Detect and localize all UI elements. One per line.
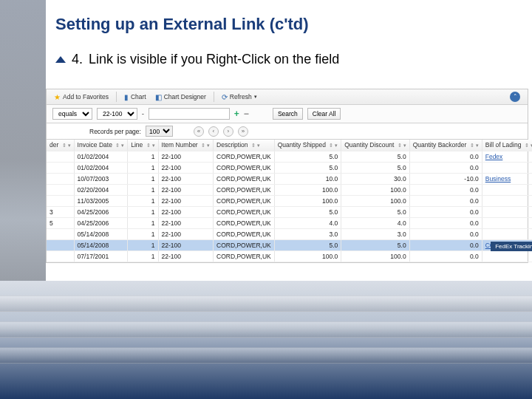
col-header[interactable]: der ⇕ ▾ [47,140,74,151]
table-row[interactable]: 05/14/2008122-100CORD,POWER,UK5.05.00.0C… [47,239,532,250]
app-screenshot-panel: ★ Add to Favorites ▮ Chart ◧ Chart Desig… [46,89,528,263]
cell [482,217,532,228]
col-header[interactable]: Quantity Shipped ⇕ ▾ [274,140,341,151]
col-header[interactable]: Invoice Date ⇕ ▾ [74,140,128,151]
cell: 100.0 [341,195,409,206]
cell: 22-100 [158,217,213,228]
add-filter-button[interactable]: + [234,109,239,119]
col-header[interactable]: Quantity Discount ⇕ ▾ [341,140,409,151]
decorative-bottom-band [0,281,532,399]
star-icon: ★ [54,93,61,101]
cell: CORD,POWER,UK [214,195,275,206]
table-row[interactable]: 10/07/2003122-100CORD,POWER,UK10.030.0-1… [47,173,532,184]
cell: 3 [47,206,74,217]
triangle-bullet-icon [55,56,66,63]
cell: 1 [128,173,158,184]
last-page-button[interactable]: » [238,126,248,137]
cell: 100.0 [341,250,409,262]
table-row[interactable]: 01/02/2004122-100CORD,POWER,UK5.05.00.0 [47,162,532,173]
add-favorites-button[interactable]: ★ Add to Favorites [51,92,112,102]
cell: 0.0 [409,217,482,228]
cell: 22-100 [158,184,213,195]
cell: 04/25/2006 [74,206,128,217]
table-row[interactable]: 02/20/2004122-100CORD,POWER,UK100.0100.0… [47,184,532,195]
table-row[interactable]: 304/25/2006122-100CORD,POWER,UK5.05.00.0 [47,206,532,217]
cell: CORD,POWER,UK [214,206,275,217]
next-page-button[interactable]: › [223,126,233,137]
condition-select[interactable]: equals [52,108,92,120]
cell: 30.0 [341,173,409,184]
cell: 5.0 [274,239,341,250]
cell: 22-100 [158,228,213,239]
cell: 22-100 [158,162,213,173]
cell: 01/02/2004 [74,162,128,173]
data-table: der ⇕ ▾Invoice Date ⇕ ▾Line ⇕ ▾Item Numb… [47,140,532,262]
col-header[interactable]: Quantity Backorder ⇕ ▾ [409,140,482,151]
cell[interactable]: Fedex [482,151,532,162]
pager-bar: Records per page: 100 « ‹ › » [47,123,528,140]
col-header[interactable]: Item Number ⇕ ▾ [158,140,213,151]
cell [47,250,74,262]
cell: 5 [47,217,74,228]
cell: 3.0 [341,228,409,239]
cell: 1 [128,195,158,206]
cell: 1 [128,162,158,173]
cell: 22-100 [158,250,213,262]
cell: 22-100 [158,239,213,250]
cell: 0.0 [409,206,482,217]
table-row[interactable]: 504/25/2006122-100CORD,POWER,UK4.04.00.0 [47,217,532,228]
cell: 100.0 [274,250,341,262]
records-per-page-select[interactable]: 100 [146,126,173,137]
context-menu-fedex-tracking[interactable]: FedEx Tracking [491,242,532,251]
cell [47,173,74,184]
cell [47,151,74,162]
cell: 01/02/2004 [74,151,128,162]
cell: 100.0 [341,184,409,195]
table-row[interactable]: 05/14/2008122-100CORD,POWER,UK3.03.00.0 [47,228,532,239]
table-row[interactable]: 01/02/2004122-100CORD,POWER,UK5.05.00.0F… [47,151,532,162]
cell [482,195,532,206]
cell: 1 [128,206,158,217]
cell: 5.0 [341,239,409,250]
col-header[interactable]: Description ⇕ ▾ [214,140,275,151]
cell: 1 [128,228,158,239]
slide-title: Setting up an External Link (c'td) [55,15,517,34]
cell[interactable]: CCFFedEx Tracking [482,239,532,250]
first-page-button[interactable]: « [194,126,204,137]
collapse-button[interactable]: ˄ [510,92,520,102]
cell: 3.0 [274,228,341,239]
cell: CORD,POWER,UK [214,228,275,239]
clear-all-button[interactable]: Clear All [307,108,341,120]
cell: 5.0 [274,151,341,162]
chart-button[interactable]: ▮ Chart [121,92,149,102]
item-value-select[interactable]: 22-100 [97,108,137,120]
cell: 0.0 [409,195,482,206]
cell [47,195,74,206]
col-header[interactable]: Line ⇕ ▾ [128,140,158,151]
cell: CORD,POWER,UK [214,217,275,228]
cell [47,184,74,195]
cell: 0.0 [409,184,482,195]
prev-page-button[interactable]: ‹ [208,126,219,137]
search-button[interactable]: Search [273,108,303,120]
cell[interactable]: Business [482,173,532,184]
cell: 0.0 [409,250,482,262]
filter-bar: equals 22-100 - + − Search Clear All [47,105,528,123]
cell [47,228,74,239]
cell: CORD,POWER,UK [214,184,275,195]
cell: 04/25/2006 [74,217,128,228]
refresh-button[interactable]: ⟳ Refresh ▾ [219,92,260,102]
remove-filter-button[interactable]: − [244,109,249,119]
top-toolbar: ★ Add to Favorites ▮ Chart ◧ Chart Desig… [47,89,528,105]
table-row[interactable]: 11/03/2005122-100CORD,POWER,UK100.0100.0… [47,195,532,206]
chart-designer-button[interactable]: ◧ Chart Designer [152,92,209,102]
cell: 4.0 [274,217,341,228]
table-row[interactable]: 07/17/2001122-100CORD,POWER,UK100.0100.0… [47,250,532,262]
cell: 100.0 [274,195,341,206]
col-header[interactable]: Bill of Lading ⇕ ▾ [482,140,532,151]
dropdown-caret-icon: ▾ [254,94,257,100]
cell: 07/17/2001 [74,250,128,262]
cell [482,250,532,262]
filter-value-input[interactable] [149,108,230,120]
records-per-page-label: Records per page: [89,128,141,135]
